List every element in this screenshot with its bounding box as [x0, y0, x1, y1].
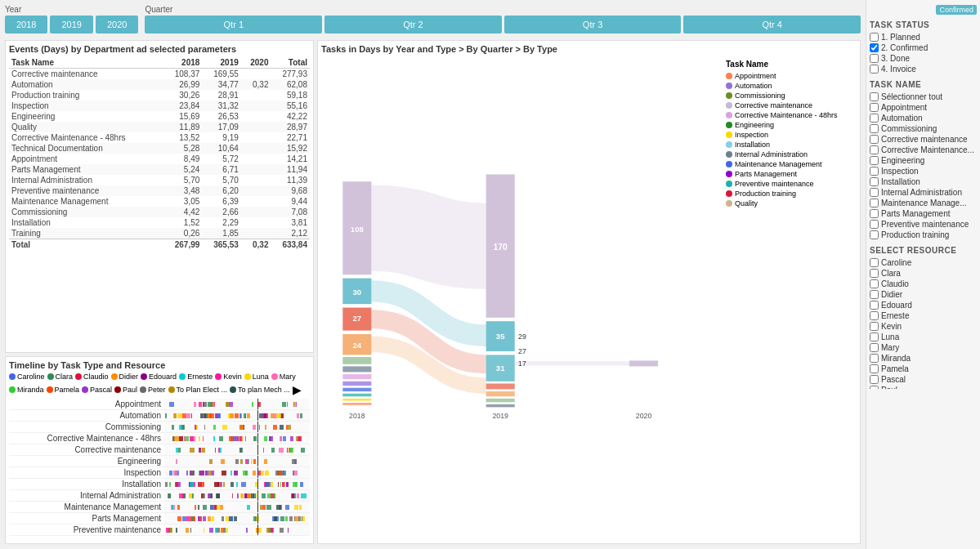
timeline-mini-bar	[247, 505, 250, 510]
timeline-row-label: Inspection	[9, 468, 164, 477]
task-name-checkbox[interactable]	[870, 114, 879, 123]
timeline-mini-bar	[184, 436, 186, 441]
resource-checkbox[interactable]	[870, 311, 879, 320]
svg-rect-9	[342, 366, 371, 372]
timeline-bar-area	[164, 490, 310, 501]
task-name-checkbox[interactable]	[870, 145, 879, 154]
task-status-checkbox[interactable]	[870, 43, 879, 52]
timeline-row: Automation	[9, 410, 310, 422]
task-name-checkbox[interactable]	[870, 230, 879, 239]
timeline-scroll-right[interactable]: ▶	[293, 383, 302, 396]
task-name-item: Preventive maintenance	[870, 220, 977, 229]
table-row: Quality11,8917,0928,97	[9, 122, 310, 132]
resource-checkbox[interactable]	[870, 301, 879, 310]
timeline-mini-bar	[259, 528, 262, 533]
task-name-item: Internal Administration	[870, 188, 977, 197]
task-name-item: Appointment	[870, 103, 977, 112]
task-legend-label: Corrective Maintenance - 48hrs	[735, 111, 838, 119]
task-name-item: Commissioning	[870, 124, 977, 133]
task-status-checkbox[interactable]	[870, 65, 879, 74]
timeline-mini-bar	[191, 413, 192, 418]
timeline-mini-bar	[279, 448, 284, 453]
task-name-checkbox[interactable]	[870, 220, 879, 229]
year-2020-button[interactable]: 2020	[96, 16, 138, 33]
task-name-checkbox[interactable]	[870, 199, 879, 208]
timeline-bar-area	[164, 456, 310, 466]
timeline-mini-bar	[214, 482, 219, 487]
timeline-mini-bar	[253, 516, 257, 521]
quarter-2-button[interactable]: Qtr 2	[324, 16, 502, 33]
legend-item: Caroline	[9, 373, 45, 381]
resource-checkbox[interactable]	[870, 343, 879, 352]
timeline-mini-bar	[206, 471, 208, 475]
task-status-checkbox[interactable]	[870, 54, 879, 63]
svg-text:35: 35	[496, 332, 505, 341]
timeline-mini-bar	[251, 459, 253, 464]
task-name-checkbox[interactable]	[870, 135, 879, 144]
resource-checkbox[interactable]	[870, 290, 879, 299]
resource-checkbox[interactable]	[870, 354, 879, 363]
timeline-row: Engineering	[9, 456, 310, 467]
timeline-mini-bar	[169, 402, 174, 407]
task-name-checkbox[interactable]	[870, 167, 879, 176]
legend-dot	[230, 386, 236, 393]
timeline-mini-bar	[226, 516, 229, 521]
timeline-mini-bar	[209, 459, 213, 464]
task-legend-item: Appointment	[726, 72, 857, 80]
task-name-item: Installation	[870, 177, 977, 186]
year-2018-button[interactable]: 2018	[5, 16, 47, 33]
year-2019-button[interactable]: 2019	[50, 16, 92, 33]
task-status-checkbox[interactable]	[870, 33, 879, 42]
timeline-mini-bar	[222, 425, 227, 430]
task-name-checkbox[interactable]	[870, 92, 879, 101]
resource-checkbox[interactable]	[870, 279, 879, 288]
svg-rect-10	[342, 374, 371, 379]
quarter-3-button[interactable]: Qtr 3	[504, 16, 682, 33]
resource-checkbox[interactable]	[870, 364, 879, 373]
resource-checkbox[interactable]	[870, 386, 879, 389]
resource-checkbox[interactable]	[870, 269, 879, 278]
timeline-mini-bar	[302, 516, 305, 521]
resource-checkbox[interactable]	[870, 333, 879, 341]
task-name-checkbox[interactable]	[870, 188, 879, 197]
timeline-mini-bar	[234, 471, 237, 475]
task-status-item: 2. Confirmed	[870, 43, 977, 52]
task-legend-label: Corrective maintenance	[735, 101, 812, 109]
task-legend-label: Quality	[735, 199, 758, 208]
task-name-checkbox[interactable]	[870, 209, 879, 218]
task-name-item: Production training	[870, 230, 977, 239]
resource-checkbox[interactable]	[870, 375, 879, 384]
task-legend-dot	[726, 83, 732, 89]
timeline-mini-bar	[166, 528, 170, 533]
timeline-legend: CarolineClaraClaudioDidierEdouardErneste…	[9, 373, 310, 396]
timeline-mini-bar	[230, 516, 233, 521]
timeline-mini-bar	[235, 413, 239, 418]
timeline-mini-bar	[255, 493, 256, 498]
timeline-mini-bar	[283, 436, 286, 441]
task-legend-item: Automation	[726, 82, 857, 90]
resource-checkbox[interactable]	[870, 258, 879, 267]
resource-checkbox[interactable]	[870, 322, 879, 331]
legend-item: Claudio	[75, 373, 109, 381]
quarter-4-button[interactable]: Qtr 4	[683, 16, 861, 33]
col-taskname: Task Name	[9, 57, 163, 69]
svg-rect-24	[486, 391, 515, 396]
timeline-mini-bar	[199, 471, 204, 475]
quarter-1-button[interactable]: Qtr 1	[145, 16, 322, 33]
task-name-checkbox[interactable]	[870, 124, 879, 133]
timeline-mini-bar	[208, 516, 211, 521]
task-status-list: 1. Planned2. Confirmed3. Done4. Invoice	[870, 33, 977, 74]
task-name-checkbox[interactable]	[870, 103, 879, 112]
timeline-bar-area	[164, 444, 310, 455]
task-legend-dot	[726, 102, 732, 109]
timeline-mini-bar	[204, 528, 204, 533]
svg-text:170: 170	[493, 242, 508, 252]
timeline-mini-bar	[178, 448, 181, 453]
timeline-bar-area	[164, 422, 310, 432]
timeline-mini-bar	[285, 516, 289, 521]
timeline-row: Installation	[9, 479, 310, 490]
resource-list: CarolineClaraClaudioDidierEdouardErneste…	[870, 258, 977, 389]
task-name-checkbox[interactable]	[870, 156, 879, 165]
timeline-mini-bar	[295, 482, 297, 487]
task-name-checkbox[interactable]	[870, 177, 879, 186]
